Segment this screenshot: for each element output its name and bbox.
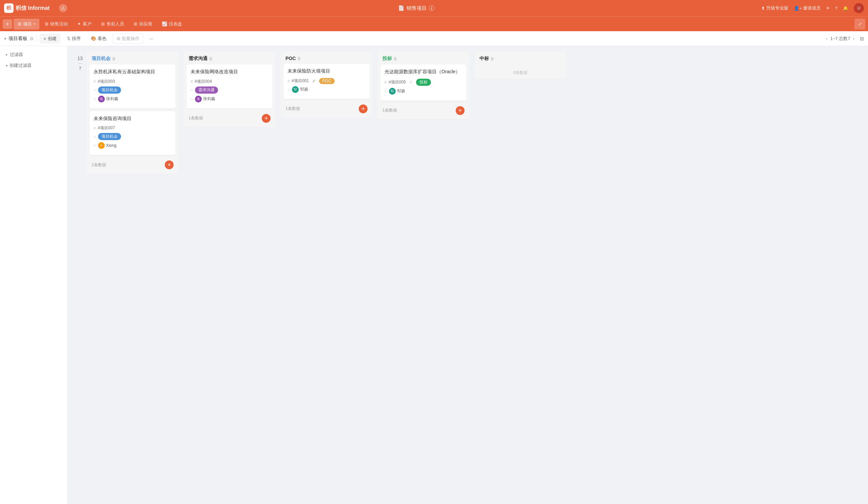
invite-icon: 👤+	[794, 6, 802, 11]
toolbar: ▾ 项目看板 ⚙ + 创建 ⇅ 排序 🎨 看色 ⊞ 批量操作 ··· ‹ 1~7…	[0, 31, 868, 46]
column-poc: POC 0 未来保险防火墙项目 # #项目001 ✓ POC ○ 邹	[281, 52, 372, 117]
nav-add-icon: +	[6, 21, 9, 27]
upgrade-btn[interactable]: ⬆ 升级专业版	[761, 5, 788, 11]
status-icon-2: ○	[94, 135, 96, 139]
col-title-won: 中标	[479, 55, 489, 62]
add-card-btn-3[interactable]: +	[359, 104, 368, 113]
board-row-1: 13 — 7 项目机会 0 永胜机床私有云基础架构项目 # #项目003	[73, 52, 178, 173]
card-title-1: 永胜机床私有云基础架构项目	[94, 69, 172, 75]
poc-status-badge: POC	[319, 78, 335, 84]
sort-label: 排序	[72, 35, 81, 42]
col-count-bid: 0	[394, 56, 396, 61]
hash-icon-3: #	[190, 79, 193, 83]
card-title-4: 未来保险防火墙项目	[288, 68, 365, 75]
column-body-poc: 未来保险防火墙项目 # #项目001 ✓ POC ○ 邹 邹扬	[281, 64, 372, 102]
nav-tab-presales[interactable]: ⊞ 售前人员	[97, 19, 128, 30]
prev-page-btn[interactable]: ‹	[825, 35, 829, 42]
assignee-name-5: 邹扬	[397, 88, 405, 94]
settings-icon[interactable]: ⚙	[30, 36, 34, 41]
nav-tab-project[interactable]: ⊞ 项目 ▾	[13, 19, 39, 30]
info-icon[interactable]: ℹ	[429, 6, 434, 11]
filter-label: 过滤器	[10, 52, 23, 58]
add-btn[interactable]: +	[826, 5, 830, 12]
assignee-icon-2: ○	[94, 143, 96, 147]
add-card-btn-2[interactable]: +	[262, 114, 271, 123]
col-count-project-opportunity: 0	[113, 56, 115, 61]
sidebar: ▾ 过滤器 + 创建过滤器	[0, 46, 68, 504]
status-tag-2: 项目机会	[98, 133, 121, 140]
toolbar-right: ‹ 1~7 总数7 › ⊟	[825, 35, 864, 42]
column-footer-2: 1条数据 +	[184, 111, 275, 127]
logo-icon: 积	[4, 3, 13, 13]
assignee-chip-1: 张 张剑鑫	[98, 96, 118, 102]
card-project-003[interactable]: 永胜机床私有云基础架构项目 # #项目003 ○ 项目机会 ○ 张	[90, 64, 176, 109]
card-project-005[interactable]: 光达能源数据库扩容项目（Oracle） # #项目005 ✓ 投标 ○ 邹 邹扬	[380, 64, 466, 101]
expand-btn[interactable]: ⤢	[855, 19, 865, 30]
add-card-btn-4[interactable]: +	[456, 106, 465, 115]
col-title-project-opportunity: 项目机会	[92, 55, 111, 62]
column-body-demand: 未来保险网络改造项目 # #项目004 ○ 需求沟通 ○ 张 张剑鑫	[184, 64, 275, 111]
nav-tab-customer[interactable]: ✦ 客户	[73, 19, 96, 30]
add-card-icon-3: +	[361, 106, 365, 112]
column-body-bid: 光达能源数据库扩容项目（Oracle） # #项目005 ✓ 投标 ○ 邹 邹扬	[378, 64, 469, 103]
nav-tab-sales[interactable]: ⊞ 销售活动	[41, 19, 72, 30]
column-header-project-opportunity: 项目机会 0	[87, 52, 178, 64]
column-body-project-opportunity: 永胜机床私有云基础架构项目 # #项目003 ○ 项目机会 ○ 张	[87, 64, 178, 158]
sort-button[interactable]: ⇅ 排序	[63, 33, 84, 44]
column-header-bid: 投标 0	[378, 52, 469, 64]
next-page-btn[interactable]: ›	[852, 35, 856, 42]
more-icon: ···	[149, 36, 153, 41]
avatar[interactable]: U	[854, 3, 864, 13]
card-field-status-3: ○ 需求沟通	[190, 86, 269, 94]
column-header-won: 中标 0	[475, 52, 566, 66]
nav-tab-supplier[interactable]: ⊞ 供应商	[130, 19, 156, 30]
assignee-avatar-4: 邹	[292, 86, 299, 93]
notification-btn[interactable]: 🔔	[843, 6, 848, 11]
header: 积 积信 Informat 人 📄 销售项目 ℹ ⬆ 升级专业版 👤+ 邀请成员…	[0, 0, 868, 16]
row-indicator: 13 — 7	[73, 52, 87, 71]
more-button[interactable]: ···	[146, 33, 157, 44]
row-sub: 7	[79, 66, 81, 71]
create-button[interactable]: + 创建	[40, 33, 60, 44]
card-project-004[interactable]: 未来保险网络改造项目 # #项目004 ○ 需求沟通 ○ 张 张剑鑫	[186, 64, 272, 109]
create-plus-icon: +	[43, 35, 46, 41]
col-title-bid: 投标	[382, 55, 392, 62]
board: 13 — 7 项目机会 0 永胜机床私有云基础架构项目 # #项目003	[68, 46, 868, 504]
column-footer-4: 1条数据 +	[378, 103, 469, 119]
column-header-demand: 需求沟通 0	[184, 52, 275, 64]
header-extra-avatar[interactable]: 人	[55, 3, 71, 13]
column-footer-3: 1条数据 +	[281, 102, 372, 117]
card-title-3: 未来保险网络改造项目	[190, 69, 269, 75]
header-title-area: 📄 销售项目 ℹ	[74, 5, 758, 11]
filter-icon-btn[interactable]: ⊟	[860, 36, 864, 41]
card-project-num-5: #项目005	[389, 79, 406, 85]
help-btn[interactable]: ?	[835, 6, 837, 11]
invite-btn[interactable]: 👤+ 邀请成员	[794, 5, 821, 11]
col-count-poc: 0	[298, 56, 300, 61]
board-title[interactable]: ▾ 项目看板 ⚙	[4, 35, 34, 42]
batch-button[interactable]: ⊞ 批量操作	[113, 33, 143, 44]
card-project-007[interactable]: 未来保险咨询项目 # #项目007 ○ 项目机会 ○ X	[90, 111, 176, 155]
col-title-poc: POC	[286, 55, 296, 61]
batch-icon: ⊞	[117, 36, 120, 41]
sort-icon: ⇅	[67, 36, 71, 41]
logo[interactable]: 积 积信 Informat	[4, 3, 50, 13]
hash-icon-5: #	[384, 80, 386, 84]
view-button[interactable]: 🎨 看色	[87, 33, 110, 44]
assignee-chip-3: 张 张剑鑫	[195, 96, 215, 102]
add-card-btn-1[interactable]: +	[165, 161, 174, 169]
dashboard-tab-label: 仪表盘	[169, 21, 182, 27]
project-tab-icon: ⊞	[18, 21, 21, 27]
column-footer-1: 2条数据 +	[87, 158, 178, 173]
nav-add-button[interactable]: +	[3, 19, 12, 29]
toolbar-left: ▾ 项目看板 ⚙ + 创建 ⇅ 排序 🎨 看色 ⊞ 批量操作 ···	[4, 33, 157, 44]
footer-count-3: 1条数据	[286, 106, 300, 112]
assignee-avatar-5: 邹	[389, 88, 396, 95]
create-filter-btn[interactable]: + 创建过滤器	[3, 61, 65, 70]
status-tag-1: 项目机会	[98, 86, 121, 94]
column-bid: 投标 0 光达能源数据库扩容项目（Oracle） # #项目005 ✓ 投标 ○	[378, 52, 469, 119]
assignee-avatar-1: 张	[98, 96, 105, 102]
nav-tab-dashboard[interactable]: 📈 仪表盘	[158, 19, 186, 30]
card-project-001[interactable]: 未来保险防火墙项目 # #项目001 ✓ POC ○ 邹 邹扬	[283, 64, 370, 99]
view-icon: 🎨	[91, 36, 96, 41]
